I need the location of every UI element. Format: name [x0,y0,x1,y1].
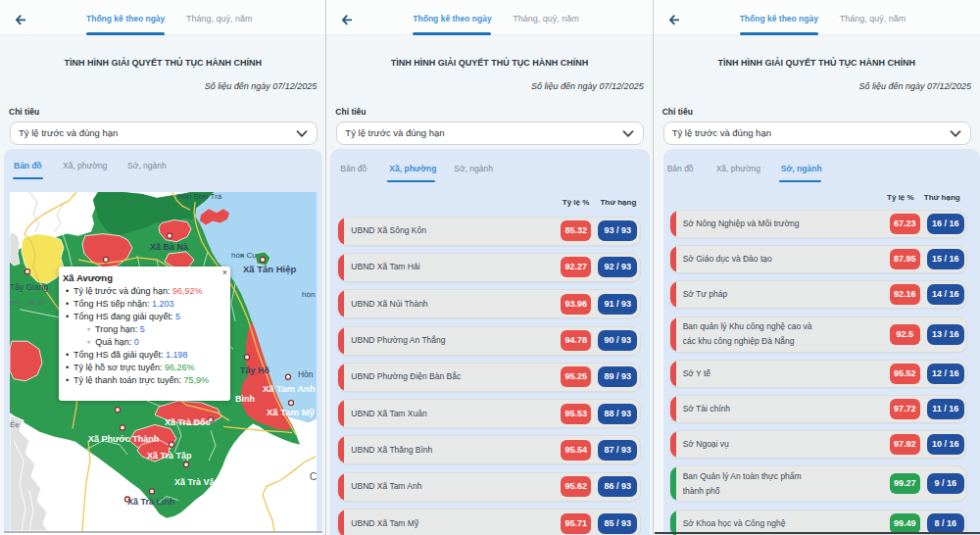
svg-text:Tây Giang: Tây Giang [10,282,48,292]
svg-text:Xã Phước Thành: Xã Phước Thành [88,434,159,444]
svg-text:Xã Tam Anh: Xã Tam Anh [263,383,316,394]
svg-text:Bình: Bình [235,394,255,404]
svg-text:hòn Sơn Trà: hòn Sơn Trà [178,192,222,201]
svg-text:ơn__xã_B: ơn__xã_B [10,298,43,307]
svg-text:C: C [310,471,317,482]
svg-text:Xã Tân Hiệp: Xã Tân Hiệp [243,264,296,274]
svg-text:Xã Trà Vân: Xã Trà Vân [174,477,220,487]
svg-text:hòn Cụ: hòn Cụ [231,251,257,260]
svg-text:Êе: Êе [10,420,20,429]
svg-text:Xã Trà Tập: Xã Trà Tập [147,451,192,461]
svg-text:Xã Bà Nà: Xã Bà Nà [150,242,189,252]
svg-text:Xã Trà Linh: Xã Trà Linh [127,497,174,507]
svg-text:Hòn: Hòn [298,369,314,379]
svg-text:Xã Tam Mỹ: Xã Tam Mỹ [267,407,315,417]
svg-text:hòn: hòn [302,289,315,298]
svg-text:Xã Trà Đốc: Xã Trà Đốc [165,417,210,427]
svg-text:Tây Hồ: Tây Hồ [240,365,270,375]
